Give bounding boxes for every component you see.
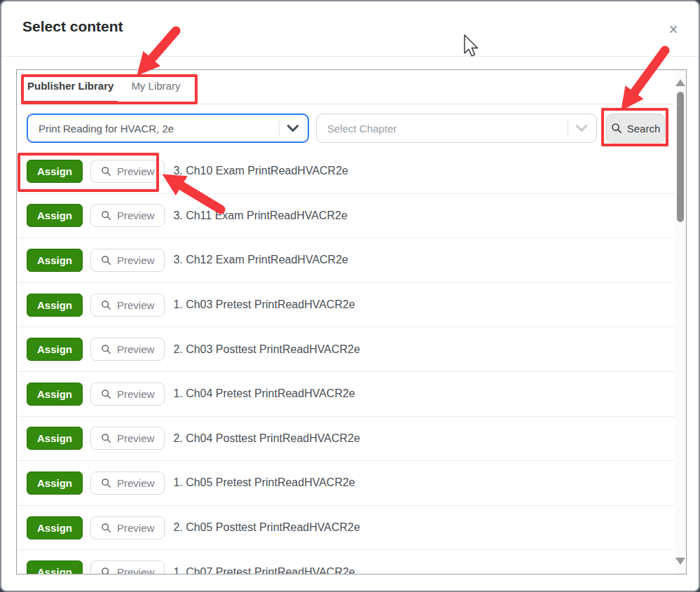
chapter-select[interactable]: Select Chapter [316,113,597,143]
magnifier-icon [101,166,111,177]
list-item: Assign Preview 2. Ch04 Posttest PrintRea… [17,417,686,462]
assign-button[interactable]: Assign [27,383,83,406]
select-divider [279,121,280,136]
book-select-value: Print Reading for HVACR, 2e [39,123,279,135]
scrollbar-thumb[interactable] [677,92,684,222]
preview-button-label: Preview [117,566,154,574]
preview-button[interactable]: Preview [90,249,165,272]
list-item: Assign Preview 1. Ch07 Pretest PrintRead… [17,550,686,574]
close-icon[interactable]: × [664,20,683,39]
magnifier-icon [101,567,111,574]
list-item: Assign Preview 2. Ch03 Posttest PrintRea… [17,327,686,372]
list-item: Assign Preview 1. Ch03 Pretest PrintRead… [17,283,686,328]
assign-button[interactable]: Assign [27,471,83,495]
filter-row: Print Reading for HVACR, 2e Select Chapt… [27,113,676,143]
search-button-label: Search [627,123,661,135]
tab-publisher-library[interactable]: Publisher Library [23,70,118,104]
preview-button[interactable]: Preview [90,560,165,574]
content-list: Assign Preview 3. Ch10 Exam PrintReadHVA… [17,149,686,574]
assign-button[interactable]: Assign [27,294,83,317]
preview-button[interactable]: Preview [90,471,165,495]
preview-button-label: Preview [117,522,154,534]
assign-button[interactable]: Assign [27,516,83,539]
assign-button[interactable]: Assign [27,160,83,183]
assign-button-label: Assign [37,432,72,444]
list-item-title: 2. Ch04 Posttest PrintReadHVACR2e [173,432,360,445]
assign-button[interactable]: Assign [27,204,83,227]
list-item-title: 3. Ch11 Exam PrintReadHVACR2e [173,209,347,222]
list-item-title: 3. Ch10 Exam PrintReadHVACR2e [173,165,348,177]
book-select[interactable]: Print Reading for HVACR, 2e [27,113,309,143]
magnifier-icon [101,210,111,221]
list-item: Assign Preview 3. Ch10 Exam PrintReadHVA… [17,149,686,194]
search-button[interactable]: Search [606,113,665,143]
content-panel: Publisher Library My Library Print Readi… [16,69,687,574]
magnifier-icon [101,478,111,488]
list-item-title: 2. Ch03 Posttest PrintReadHVACR2e [173,343,360,356]
assign-button[interactable]: Assign [27,560,83,574]
magnifier-icon [101,523,111,533]
list-item-title: 3. Ch12 Exam PrintReadHVACR2e [173,254,348,266]
arrow-to-tabs [144,31,176,68]
assign-button-label: Assign [37,209,72,221]
assign-button-label: Assign [37,343,72,355]
assign-button-label: Assign [37,388,72,400]
preview-button-label: Preview [117,477,154,489]
list-item: Assign Preview 1. Ch04 Pretest PrintRead… [17,372,686,417]
preview-button-label: Preview [117,209,154,221]
preview-button[interactable]: Preview [90,294,165,317]
assign-button[interactable]: Assign [27,249,83,272]
magnifier-icon [101,344,111,354]
preview-button[interactable]: Preview [90,204,165,227]
list-item-title: 2. Ch05 Posttest PrintReadHVACR2e [173,521,360,534]
magnifier-icon [101,255,111,266]
list-item: Assign Preview 2. Ch05 Posttest PrintRea… [17,506,686,551]
preview-button[interactable]: Preview [90,427,165,450]
assign-button-label: Assign [37,165,72,177]
list-item-title: 1. Ch04 Pretest PrintReadHVACR2e [173,387,355,400]
magnifier-icon [101,300,111,310]
preview-button[interactable]: Preview [90,160,165,183]
tab-my-library[interactable]: My Library [127,70,184,104]
magnifier-icon [611,123,622,134]
list-item-title: 1. Ch03 Pretest PrintReadHVACR2e [173,298,355,311]
preview-button[interactable]: Preview [90,383,165,406]
assign-button[interactable]: Assign [27,427,83,450]
preview-button-label: Preview [117,432,154,444]
preview-button-label: Preview [117,388,154,400]
preview-button[interactable]: Preview [90,338,165,361]
select-content-dialog: Select content × Publisher Library My Li… [0,0,700,592]
preview-button[interactable]: Preview [90,516,165,539]
chapter-select-placeholder: Select Chapter [327,123,568,135]
list-item-title: 1. Ch05 Pretest PrintReadHVACR2e [173,476,355,489]
header-divider [1,56,699,57]
list-item-title: 1. Ch07 Pretest PrintReadHVACR2e [173,566,355,574]
chevron-down-icon [287,124,299,132]
assign-button-label: Assign [37,254,72,266]
preview-button-label: Preview [117,343,154,355]
assign-button-label: Assign [37,477,72,489]
preview-button-label: Preview [117,254,154,266]
scrollbar[interactable] [675,70,686,574]
preview-button-label: Preview [117,165,154,177]
library-tabbar: Publisher Library My Library [17,70,686,104]
list-item: Assign Preview 3. Ch12 Exam PrintReadHVA… [17,238,686,283]
assign-button-label: Assign [37,522,72,534]
assign-button-label: Assign [37,299,72,311]
assign-button[interactable]: Assign [27,338,83,361]
magnifier-icon [101,389,111,399]
preview-button-label: Preview [117,299,154,311]
triangle-down-icon[interactable] [675,558,685,565]
select-divider [568,121,568,136]
list-item: Assign Preview 1. Ch05 Pretest PrintRead… [17,461,686,506]
magnifier-icon [101,433,111,443]
list-item: Assign Preview 3. Ch11 Exam PrintReadHVA… [17,194,686,239]
chevron-down-icon [575,124,588,132]
assign-button-label: Assign [37,566,72,574]
triangle-up-icon[interactable] [675,79,685,86]
dialog-title: Select content [22,18,123,35]
